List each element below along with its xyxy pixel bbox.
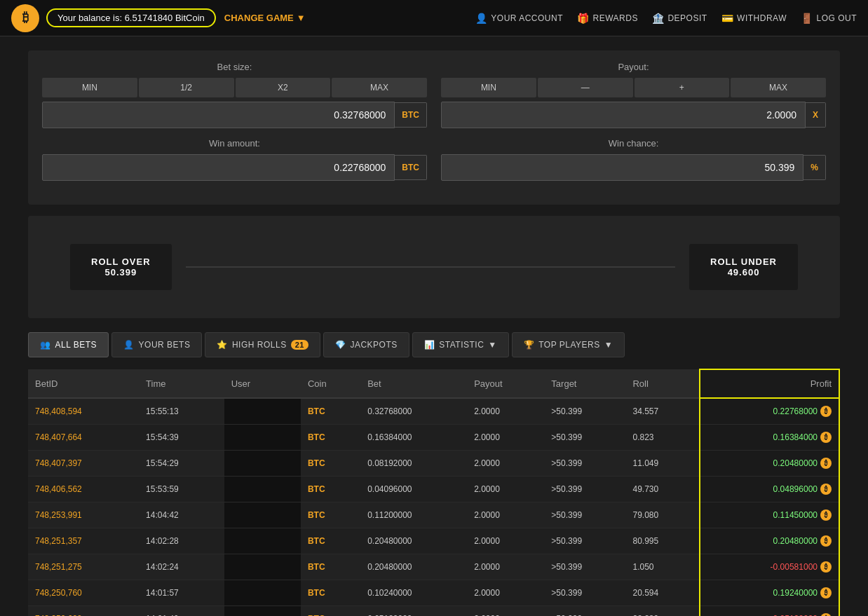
change-game-button[interactable]: CHANGE GAME ▼ [224, 13, 306, 23]
target-cell: >50.399 [544, 425, 625, 451]
roll-under-value: 49.600 [710, 267, 777, 278]
user-cell [224, 528, 301, 554]
chevron-down-icon: ▼ [297, 13, 306, 23]
time-cell: 15:55:13 [139, 398, 224, 425]
table-row: 748,250,600 14:01:49 BTC 0.05120000 2.00… [28, 606, 839, 617]
col-profit: Profit [700, 369, 839, 398]
coin-cell: BTC [301, 477, 360, 502]
bet-cell: 0.32768000 [360, 398, 467, 425]
withdraw-nav[interactable]: 💳 WITHDRAW [721, 13, 787, 24]
tab-top-players[interactable]: 🏆 TOP PLAYERS ▼ [512, 332, 625, 357]
roll-cell: 20.594 [625, 580, 699, 606]
payout-decrease-button[interactable]: — [538, 78, 633, 97]
withdraw-label: WITHDRAW [737, 13, 787, 23]
profit-cell: -0.00581000 ₿ [700, 554, 839, 580]
payout-cell: 2.0000 [467, 580, 544, 606]
bet-size-buttons: MIN 1/2 X2 MAX [42, 78, 427, 97]
btc-icon: ₿ [820, 432, 832, 443]
target-cell: >50.399 [544, 554, 625, 580]
win-amount-input-row: BTC [42, 154, 427, 181]
btc-icon: ₿ [820, 509, 832, 521]
win-amount-suffix: BTC [395, 155, 427, 180]
col-roll: Roll [625, 369, 699, 398]
logout-nav[interactable]: 🚪 LOG OUT [801, 13, 857, 24]
payout-cell: 2.0000 [467, 451, 544, 477]
bet-id-cell[interactable]: 748,406,562 [28, 477, 139, 502]
bet-id-cell[interactable]: 748,250,600 [28, 606, 139, 617]
win-chance-input[interactable] [441, 154, 803, 181]
roll-cell: 49.730 [625, 477, 699, 502]
bet-id-cell[interactable]: 748,407,664 [28, 425, 139, 451]
payout-increase-button[interactable]: + [635, 78, 730, 97]
bets-table: BetID Time User Coin Bet Payout Target R… [28, 369, 840, 616]
header-nav: 👤 YOUR ACCOUNT 🎁 REWARDS 🏦 DEPOSIT 💳 WIT… [475, 13, 857, 24]
top-players-label: TOP PLAYERS [538, 340, 600, 350]
deposit-icon: 🏦 [652, 13, 665, 24]
tab-jackpots[interactable]: 💎 JACKPOTS [323, 332, 409, 357]
rewards-icon: 🎁 [577, 13, 590, 24]
coin-cell: BTC [301, 425, 360, 451]
payout-max-button[interactable]: MAX [731, 78, 826, 97]
bet-min-button[interactable]: MIN [42, 78, 137, 97]
coin-cell: BTC [301, 398, 360, 425]
bet-id-cell[interactable]: 748,407,397 [28, 451, 139, 477]
coin-cell: BTC [301, 580, 360, 606]
bet-half-button[interactable]: 1/2 [139, 78, 234, 97]
bet-cell: 0.08192000 [360, 451, 467, 477]
roll-over-button[interactable]: ROLL OVER 50.399 [70, 244, 172, 290]
payout-min-button[interactable]: MIN [441, 78, 536, 97]
table-row: 748,251,357 14:02:28 BTC 0.20480000 2.00… [28, 528, 839, 554]
profit-value: 0.20480000 [773, 458, 818, 468]
profit-cell: 0.20480000 ₿ [700, 451, 839, 477]
your-account-label: YOUR ACCOUNT [491, 13, 563, 23]
user-cell [224, 502, 301, 528]
payout-cell: 2.0000 [467, 502, 544, 528]
user-cell [224, 606, 301, 617]
tab-high-rolls[interactable]: ⭐ HIGH ROLLS 21 [205, 332, 320, 357]
tab-all-bets[interactable]: 👥 ALL BETS [28, 332, 109, 357]
tab-your-bets[interactable]: 👤 YOUR BETS [111, 332, 202, 357]
bet-id-cell[interactable]: 748,250,760 [28, 580, 139, 606]
profit-value: -0.00581000 [771, 562, 818, 572]
win-chance-col: Win chance: % [441, 138, 826, 181]
target-cell: >50.399 [544, 398, 625, 425]
bet-double-button[interactable]: X2 [236, 78, 331, 97]
roll-cell: 28.889 [625, 606, 699, 617]
table-row: 748,253,991 14:04:42 BTC 0.11200000 2.00… [28, 502, 839, 528]
time-cell: 15:54:29 [139, 451, 224, 477]
all-bets-label: ALL BETS [55, 340, 97, 350]
roll-over-value: 50.399 [91, 267, 151, 278]
profit-value: 0.04896000 [773, 484, 818, 494]
roll-cell: 0.823 [625, 425, 699, 451]
bet-id-cell[interactable]: 748,408,594 [28, 398, 139, 425]
your-account-nav[interactable]: 👤 YOUR ACCOUNT [475, 13, 563, 24]
time-cell: 14:02:28 [139, 528, 224, 554]
bets-table-wrapper: BetID Time User Coin Bet Payout Target R… [28, 369, 840, 616]
withdraw-icon: 💳 [721, 13, 734, 24]
bet-max-button[interactable]: MAX [332, 78, 427, 97]
user-cell [224, 425, 301, 451]
bet-id-cell[interactable]: 748,251,275 [28, 554, 139, 580]
logout-label: LOG OUT [816, 13, 857, 23]
time-cell: 14:01:57 [139, 580, 224, 606]
roll-cell: 1.050 [625, 554, 699, 580]
deposit-label: DEPOSIT [667, 13, 707, 23]
btc-icon: ₿ [820, 406, 832, 417]
your-bets-label: YOUR BETS [139, 340, 191, 350]
roll-under-button[interactable]: ROLL UNDER 49.600 [689, 244, 798, 290]
tab-statistic[interactable]: 📊 STATISTIC ▼ [412, 332, 509, 357]
profit-cell: 0.22768000 ₿ [700, 398, 839, 425]
bet-size-input[interactable] [42, 102, 395, 128]
rewards-nav[interactable]: 🎁 REWARDS [577, 13, 638, 24]
deposit-nav[interactable]: 🏦 DEPOSIT [652, 13, 707, 24]
account-icon: 👤 [475, 13, 488, 24]
bet-cell: 0.11200000 [360, 502, 467, 528]
payout-input[interactable] [441, 102, 806, 128]
bet-id-cell[interactable]: 748,253,991 [28, 502, 139, 528]
win-chance-suffix: % [803, 155, 826, 180]
target-cell: >50.399 [544, 502, 625, 528]
bet-size-suffix: BTC [395, 102, 427, 128]
target-cell: >50.399 [544, 477, 625, 502]
col-coin: Coin [301, 369, 360, 398]
bet-id-cell[interactable]: 748,251,357 [28, 528, 139, 554]
